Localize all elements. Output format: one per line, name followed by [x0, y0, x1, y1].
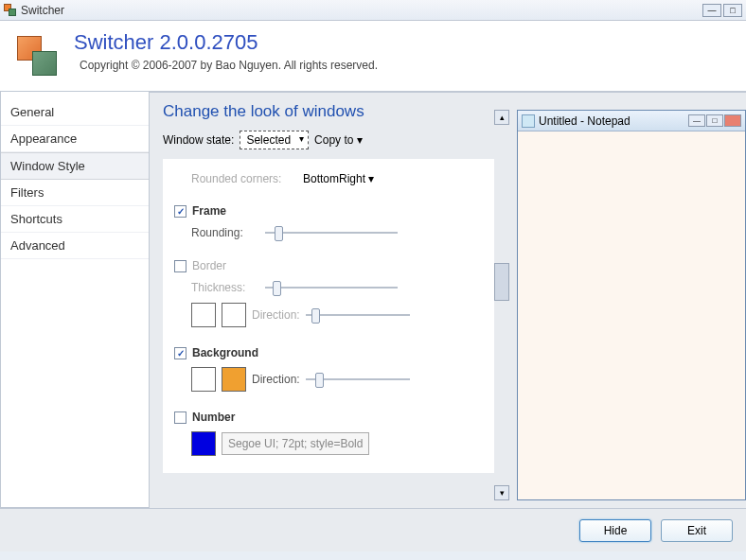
rounding-slider[interactable] [265, 225, 398, 240]
background-color1[interactable] [191, 367, 216, 392]
background-group: Background Direction: [163, 339, 494, 403]
border-direction-slider[interactable] [306, 307, 410, 323]
scroll-down-button[interactable]: ▾ [494, 485, 509, 500]
sidebar-item-window-style[interactable]: Window Style [1, 152, 149, 180]
thickness-slider[interactable] [265, 280, 398, 295]
frame-group: Frame Rounding: [163, 197, 494, 252]
preview-minimize-icon: — [688, 114, 705, 127]
number-color[interactable] [191, 431, 216, 456]
footer: Hide Exit [0, 508, 746, 551]
background-color2[interactable] [222, 367, 246, 392]
titlebar: Switcher — □ [0, 0, 746, 21]
window-state-select[interactable]: Selected [240, 131, 309, 149]
hide-button[interactable]: Hide [579, 519, 651, 542]
sidebar-item-shortcuts[interactable]: Shortcuts [1, 206, 149, 233]
app-logo-icon [17, 36, 59, 78]
window-state-label: Window state: [163, 133, 234, 147]
header: Switcher 2.0.0.2705 Copyright © 2006-200… [0, 21, 746, 92]
main-panel: Change the look of windows Window state:… [150, 92, 746, 508]
sidebar-item-general[interactable]: General [1, 99, 149, 126]
copyright-text: Copyright © 2006-2007 by Bao Nguyen. All… [80, 59, 378, 72]
border-color1[interactable] [191, 303, 216, 327]
preview-column: ▴ ▾ Untitled - Notepad — □ [494, 102, 746, 508]
exit-button[interactable]: Exit [661, 519, 733, 542]
scroll-handle[interactable] [494, 263, 509, 301]
background-checkbox[interactable] [174, 347, 186, 359]
titlebar-text: Switcher [21, 4, 64, 17]
sidebar-item-appearance[interactable]: Appearance [1, 126, 149, 152]
sidebar: General Appearance Window Style Filters … [0, 92, 150, 508]
border-checkbox[interactable] [174, 260, 186, 272]
sidebar-item-advanced[interactable]: Advanced [1, 233, 149, 259]
background-direction-slider[interactable] [306, 372, 410, 387]
rounded-corners-value[interactable]: BottomRight ▾ [303, 172, 374, 185]
preview-maximize-icon: □ [706, 114, 723, 127]
border-group: Border Thickness: Direction: [163, 252, 494, 339]
border-label: Border [192, 259, 226, 272]
rounded-corners-group: Rounded corners: BottomRight ▾ [163, 165, 494, 197]
sidebar-item-filters[interactable]: Filters [1, 180, 149, 206]
app-title: Switcher 2.0.0.2705 [74, 30, 378, 55]
number-label: Number [192, 411, 235, 424]
preview-window: Untitled - Notepad — □ [517, 110, 746, 500]
app-icon [4, 4, 17, 17]
border-direction-label: Direction: [252, 308, 300, 322]
background-label: Background [192, 346, 258, 359]
frame-label: Frame [192, 204, 226, 218]
background-direction-label: Direction: [252, 373, 300, 386]
rounding-label: Rounding: [191, 226, 258, 239]
preview-close-icon [724, 114, 741, 127]
thickness-label: Thickness: [191, 281, 258, 294]
border-color2[interactable] [222, 303, 246, 327]
number-checkbox[interactable] [174, 411, 186, 424]
scroll-up-button[interactable]: ▴ [494, 110, 509, 125]
preview-window-title: Untitled - Notepad [539, 114, 631, 128]
number-font-field[interactable]: Segoe UI; 72pt; style=Bold [222, 432, 369, 455]
number-group: Number Segoe UI; 72pt; style=Bold [163, 403, 494, 467]
minimize-button[interactable]: — [702, 4, 721, 17]
copy-to-menu[interactable]: Copy to ▾ [314, 133, 363, 147]
window-controls: — □ [702, 4, 742, 17]
rounded-corners-label: Rounded corners: [191, 172, 295, 185]
frame-checkbox[interactable] [174, 205, 186, 218]
maximize-button[interactable]: □ [723, 4, 742, 17]
section-title: Change the look of windows [163, 102, 494, 121]
notepad-icon [522, 114, 535, 128]
